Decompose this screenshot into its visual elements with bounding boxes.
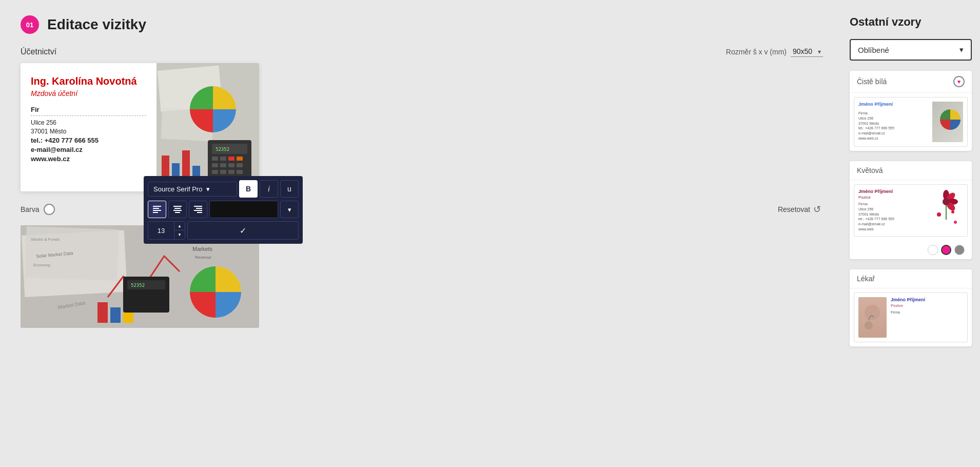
mini-name-bile: Jméno Příjmení: [858, 102, 932, 107]
svg-rect-32: [173, 210, 182, 211]
svg-rect-26: [153, 206, 161, 207]
card-phone[interactable]: tel.: +420 777 666 555: [31, 137, 146, 144]
mini-info-lekar: Firma: [891, 310, 963, 315]
card-text-section: Ing. Karolína Novotná Mzdová účetní Fir …: [21, 63, 156, 191]
template-section-header-kvitova: Květová: [850, 161, 972, 180]
favorite-button-bile[interactable]: ♥: [953, 76, 965, 87]
svg-point-64: [865, 305, 880, 320]
template-section-bile: Čistě bílá ♥ Jméno Příjmení FirmaUlice 2…: [850, 71, 972, 151]
svg-rect-27: [153, 208, 159, 209]
size-selector[interactable]: 90x50 85x55 85x54: [791, 46, 823, 57]
font-selector[interactable]: Source Serif Pro ▾: [148, 182, 237, 197]
svg-text:Economy: Economy: [33, 263, 50, 267]
template-section-header-lekar: Lékař: [850, 269, 972, 288]
swatch-white[interactable]: [928, 245, 938, 255]
template-kvitova-card: Jméno Příjmení Pozice FirmaUlice 2563700…: [854, 184, 968, 237]
bold-button[interactable]: B: [239, 180, 258, 198]
mini-name-kvitova: Jméno Příjmení: [858, 189, 930, 194]
svg-point-59: [943, 198, 950, 205]
toolbar-row-align: ▾: [148, 201, 299, 218]
swatch-pink[interactable]: [941, 245, 951, 255]
bottom-toolbar: Barva Resetovat ↺: [21, 204, 821, 215]
mini-info-kvitova: FirmaUlice 25637001 Městotel.: +428 777 …: [858, 202, 930, 232]
template-bile-preview[interactable]: Jméno Příjmení FirmaUlice 25637001 Město…: [850, 93, 972, 151]
svg-rect-22: [237, 170, 243, 174]
card-person-name[interactable]: Ing. Karolína Novotná: [31, 75, 146, 87]
mini-pos-kvitova: Pozice: [858, 195, 930, 200]
italic-button[interactable]: i: [260, 180, 278, 198]
mini-name-lekar: Jméno Příjmení: [891, 297, 963, 302]
color-label: Barva: [21, 205, 40, 213]
template-kvitova-title: Květová: [857, 166, 883, 174]
svg-rect-12: [220, 157, 226, 161]
template-section-kvitova: Květová Jméno Příjmení Pozice FirmaUlice…: [850, 161, 972, 259]
template-lekar-preview[interactable]: Jméno Příjmení Pozice Firma: [850, 288, 972, 346]
svg-rect-29: [153, 212, 158, 213]
svg-rect-31: [174, 208, 181, 209]
main-content: 01 Editace vizitky Účetnictví Rozměr š x…: [0, 0, 841, 467]
svg-rect-36: [194, 210, 202, 211]
card-company[interactable]: Fir: [31, 106, 146, 116]
page-header: 01 Editace vizitky: [21, 15, 821, 34]
color-expand-button[interactable]: ▾: [280, 201, 299, 218]
font-size-up-button[interactable]: ▲: [174, 222, 185, 230]
svg-text:Stocks & Funds: Stocks & Funds: [31, 237, 60, 242]
svg-rect-11: [212, 157, 218, 161]
template-bile-title: Čistě bílá: [857, 77, 887, 86]
svg-text:52352: 52352: [215, 147, 229, 152]
business-card-wrapper: Ing. Karolína Novotná Mzdová účetní Fir …: [21, 63, 821, 191]
svg-text:52352: 52352: [131, 283, 145, 288]
sidebar-title: Ostatní vzory: [850, 15, 972, 29]
right-sidebar: Ostatní vzory Oblíbené ▾ Čistě bílá ♥ Jm…: [841, 0, 980, 467]
card-website[interactable]: www.web.cz: [31, 155, 146, 163]
svg-rect-35: [196, 208, 202, 209]
svg-text:Markets: Markets: [192, 246, 213, 252]
align-right-button[interactable]: [189, 201, 207, 218]
svg-rect-28: [153, 210, 161, 211]
svg-rect-47: [110, 307, 121, 323]
svg-point-62: [951, 210, 954, 213]
font-size-value: 13: [148, 224, 174, 238]
card-background-image: 52352: [156, 63, 259, 191]
size-label: Rozměr š x v (mm): [726, 48, 787, 56]
color-picker-area[interactable]: [209, 201, 278, 218]
svg-text:Revenue: Revenue: [195, 255, 212, 260]
filter-chevron-icon: ▾: [959, 45, 964, 54]
card-address[interactable]: Ulice 256: [31, 119, 146, 126]
svg-rect-16: [220, 163, 226, 167]
align-left-button[interactable]: [148, 201, 166, 218]
svg-rect-15: [212, 163, 218, 167]
card-city[interactable]: 37001 Město: [31, 128, 146, 135]
svg-point-63: [954, 221, 957, 224]
card-image-section: 52352: [156, 63, 259, 191]
card-toolbar: Účetnictví Rozměr š x v (mm) 90x50 85x55…: [21, 46, 821, 57]
svg-rect-33: [175, 212, 180, 213]
align-center-button[interactable]: [168, 201, 187, 218]
business-card[interactable]: Ing. Karolína Novotná Mzdová účetní Fir …: [21, 63, 259, 191]
svg-rect-13: [228, 157, 234, 161]
font-size-down-button[interactable]: ▼: [174, 230, 185, 239]
sidebar-filter[interactable]: Oblíbené ▾: [850, 39, 972, 61]
confirm-button[interactable]: ✓: [240, 226, 246, 236]
font-name-label: Source Serif Pro: [153, 185, 202, 193]
svg-rect-34: [194, 206, 202, 207]
floating-toolbar: Source Serif Pro ▾ B i u: [144, 176, 303, 244]
template-lekar-title: Lékař: [857, 275, 875, 283]
card-job-title[interactable]: Mzdová účetní: [31, 89, 146, 98]
template-kvitova-preview[interactable]: Jméno Příjmení Pozice FirmaUlice 2563700…: [850, 180, 972, 241]
svg-rect-21: [228, 170, 234, 174]
reset-icon: ↺: [813, 204, 821, 215]
reset-control[interactable]: Resetovat ↺: [778, 204, 821, 215]
mini-card-image-bile: [932, 102, 963, 142]
kvitova-swatches: [850, 241, 972, 259]
svg-rect-14: [237, 157, 243, 161]
color-control: Barva: [21, 204, 55, 215]
card-email[interactable]: e-mail@email.cz: [31, 146, 146, 153]
color-circle[interactable]: [44, 204, 55, 215]
template-section-header-bile: Čistě bílá ♥: [850, 71, 972, 93]
svg-rect-46: [97, 302, 108, 323]
font-chevron-icon: ▾: [206, 185, 210, 193]
svg-rect-19: [212, 170, 218, 174]
swatch-gray[interactable]: [954, 245, 965, 255]
underline-button[interactable]: u: [280, 180, 299, 198]
